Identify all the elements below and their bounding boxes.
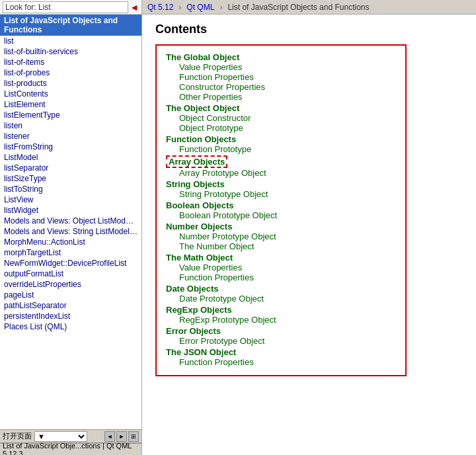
- toc-string-prototype[interactable]: String Prototype Object: [166, 189, 396, 199]
- list-item[interactable]: pageList: [0, 290, 141, 300]
- toc-math-object[interactable]: The Math Object: [166, 253, 396, 263]
- toc-array-objects[interactable]: Array Objects: [166, 155, 396, 168]
- breadcrumb-current: List of JavaScript Objects and Functions: [227, 3, 369, 12]
- toc-date-prototype[interactable]: Date Prototype Object: [166, 294, 396, 304]
- list-item[interactable]: ListContents: [0, 89, 141, 99]
- list-item[interactable]: listElementType: [0, 110, 141, 120]
- toc-array-highlighted: Array Objects: [166, 155, 227, 168]
- list-item[interactable]: overrideListProperties: [0, 279, 141, 290]
- list-item[interactable]: list: [0, 36, 141, 46]
- list-item[interactable]: morphTargetList: [0, 247, 141, 258]
- toc-number-object[interactable]: The Number Object: [166, 241, 396, 251]
- toc-section-regexp: RegExp Objects RegExp Prototype Object: [166, 305, 396, 325]
- toc-constructor-properties[interactable]: Constructor Properties: [166, 82, 396, 92]
- contents-heading: Contents: [155, 22, 463, 36]
- toc-global-object[interactable]: The Global Object: [166, 52, 396, 62]
- toc-section-json: The JSON Object Function Properties: [166, 347, 396, 367]
- toc-function-properties-1[interactable]: Function Properties: [166, 72, 396, 82]
- bottom-icons: ◄ ► ⊞: [104, 431, 139, 442]
- list-item[interactable]: pathListSeparator: [0, 300, 141, 311]
- toc-json-function-properties[interactable]: Function Properties: [166, 357, 396, 367]
- toc-object-constructor[interactable]: Object Constructor: [166, 113, 396, 123]
- toc-function-objects[interactable]: Function Objects: [166, 134, 396, 144]
- icon-next[interactable]: ►: [116, 431, 127, 442]
- toc-section-array: Array Objects Array Prototype Object: [166, 155, 396, 178]
- list-item[interactable]: listSizeType: [0, 173, 141, 184]
- content-area: Qt 5.12 › Qt QML › List of JavaScript Ob…: [142, 0, 476, 455]
- list-item[interactable]: list-products: [0, 78, 141, 89]
- toc-section-date: Date Objects Date Prototype Object: [166, 284, 396, 304]
- toc-error-prototype[interactable]: Error Prototype Object: [166, 336, 396, 346]
- toc-math-value-properties[interactable]: Value Properties: [166, 263, 396, 272]
- list-item[interactable]: persistentIndexList: [0, 311, 141, 321]
- list-item[interactable]: listener: [0, 131, 141, 142]
- open-page-label: 打开页面: [3, 431, 32, 441]
- toc-error-objects[interactable]: Error Objects: [166, 326, 396, 336]
- toc-string-objects[interactable]: String Objects: [166, 179, 396, 189]
- list-item[interactable]: MorphMenu::ActionList: [0, 237, 141, 247]
- list-item[interactable]: list-of-items: [0, 57, 141, 67]
- toc-section-boolean: Boolean Objects Boolean Prototype Object: [166, 200, 396, 220]
- toc-section-number: Number Objects Number Prototype Object T…: [166, 222, 396, 251]
- list-item[interactable]: listSeparator: [0, 163, 141, 173]
- sidebar: ◄ List of JavaScript Objects and Functio…: [0, 0, 142, 455]
- list-item[interactable]: list-of-builtin-services: [0, 46, 141, 57]
- toc-other-properties[interactable]: Other Properties: [166, 92, 396, 102]
- toc-boolean-prototype[interactable]: Boolean Prototype Object: [166, 210, 396, 220]
- search-input[interactable]: [3, 1, 128, 13]
- breadcrumb-qt[interactable]: Qt 5.12: [147, 3, 173, 12]
- breadcrumb-sep1: ›: [178, 3, 181, 12]
- toc-date-objects[interactable]: Date Objects: [166, 284, 396, 294]
- toc-section-error: Error Objects Error Prototype Object: [166, 326, 396, 346]
- list-item[interactable]: Places List (QML): [0, 321, 141, 332]
- toc-section-string: String Objects String Prototype Object: [166, 179, 396, 199]
- toc-array-prototype[interactable]: Array Prototype Object: [166, 168, 396, 178]
- toc-object-prototype[interactable]: Object Prototype: [166, 123, 396, 133]
- sidebar-selected-item[interactable]: List of JavaScript Objects and Functions: [0, 15, 141, 36]
- sidebar-list: list list-of-builtin-services list-of-it…: [0, 36, 141, 429]
- toc-object-object[interactable]: The Object Object: [166, 103, 396, 113]
- list-item[interactable]: Models and Views: Object ListModel Examp…: [0, 216, 141, 226]
- toc-json-object[interactable]: The JSON Object: [166, 347, 396, 357]
- sidebar-bottom: 打开页面 ▼ ◄ ► ⊞ List of JavaScript Obje...c…: [0, 429, 141, 455]
- icon-prev[interactable]: ◄: [104, 431, 115, 442]
- list-item[interactable]: NewFormWidget::DeviceProfileList: [0, 258, 141, 269]
- sidebar-status: List of JavaScript Obje...ctions | Qt QM…: [0, 443, 141, 455]
- search-box: ◄: [0, 0, 141, 15]
- breadcrumb-qml[interactable]: Qt QML: [186, 3, 214, 12]
- toc-section-math: The Math Object Value Properties Functio…: [166, 253, 396, 282]
- toc-section-object: The Object Object Object Constructor Obj…: [166, 103, 396, 133]
- list-item[interactable]: ListElement: [0, 99, 141, 110]
- toc-regexp-prototype[interactable]: RegExp Prototype Object: [166, 315, 396, 325]
- toc-value-properties-1[interactable]: Value Properties: [166, 62, 396, 72]
- toc-number-objects[interactable]: Number Objects: [166, 222, 396, 231]
- search-arrow-icon: ◄: [130, 2, 139, 13]
- breadcrumb-sep2: ›: [219, 3, 222, 12]
- content-body: Contents The Global Object Value Propert…: [142, 15, 476, 455]
- list-item[interactable]: Models and Views: String ListModel Examp…: [0, 226, 141, 237]
- open-page-select[interactable]: ▼: [34, 431, 87, 442]
- toc-function-prototype[interactable]: Function Prototype: [166, 144, 396, 154]
- list-item[interactable]: listen: [0, 120, 141, 131]
- list-item[interactable]: listWidget: [0, 205, 141, 216]
- toc-boolean-objects[interactable]: Boolean Objects: [166, 200, 396, 210]
- icon-expand[interactable]: ⊞: [128, 431, 139, 442]
- list-item[interactable]: ListModel: [0, 152, 141, 163]
- list-item[interactable]: outputFormatList: [0, 269, 141, 279]
- toc-box: The Global Object Value Properties Funct…: [155, 44, 407, 376]
- list-item[interactable]: listFromString: [0, 142, 141, 152]
- toc-section-global: The Global Object Value Properties Funct…: [166, 52, 396, 102]
- toc-math-function-properties[interactable]: Function Properties: [166, 272, 396, 282]
- toc-section-function: Function Objects Function Prototype: [166, 134, 396, 154]
- toc-number-prototype[interactable]: Number Prototype Object: [166, 231, 396, 241]
- list-item[interactable]: list-of-probes: [0, 67, 141, 78]
- list-item[interactable]: listToString: [0, 184, 141, 194]
- toc-regexp-objects[interactable]: RegExp Objects: [166, 305, 396, 315]
- list-item[interactable]: ListView: [0, 194, 141, 205]
- content-header: Qt 5.12 › Qt QML › List of JavaScript Ob…: [142, 0, 476, 15]
